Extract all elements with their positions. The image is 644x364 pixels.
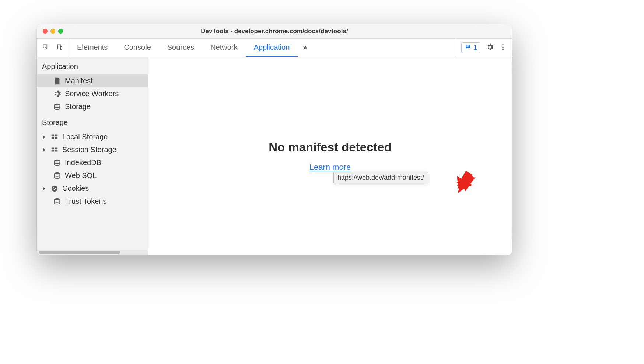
- main-panel: No manifest detected Learn more https://…: [148, 57, 512, 255]
- svg-point-5: [55, 172, 60, 174]
- tab-sources[interactable]: Sources: [159, 39, 202, 57]
- grid-icon: [50, 133, 59, 141]
- toolbar-left: [37, 39, 69, 57]
- sidebar-item-label: Storage: [65, 102, 91, 111]
- caret-right-icon: [43, 186, 45, 191]
- sidebar-item-label: Trust Tokens: [65, 197, 106, 206]
- tab-label: Elements: [77, 43, 108, 52]
- grid-icon: [50, 146, 59, 154]
- database-icon: [53, 172, 61, 180]
- settings-button[interactable]: [486, 43, 494, 53]
- tab-application[interactable]: Application: [246, 39, 298, 57]
- close-window-button[interactable]: [43, 29, 48, 34]
- gear-icon: [53, 90, 61, 98]
- tab-elements[interactable]: Elements: [69, 39, 116, 57]
- svg-point-4: [55, 159, 60, 161]
- caret-right-icon: [43, 135, 45, 139]
- more-options-button[interactable]: [499, 43, 507, 53]
- file-icon: [53, 77, 61, 85]
- svg-point-9: [54, 189, 55, 190]
- window-title: DevTools - developer.chrome.com/docs/dev…: [37, 28, 512, 35]
- sidebar-item-service-workers[interactable]: Service Workers: [37, 87, 148, 100]
- devtools-toolbar: Elements Console Sources Network Applica…: [37, 39, 512, 57]
- database-icon: [53, 159, 61, 167]
- issues-count: 1: [473, 44, 477, 52]
- tabs-overflow-button[interactable]: »: [298, 39, 312, 57]
- traffic-lights: [43, 29, 63, 34]
- sidebar-item-label: IndexedDB: [65, 158, 101, 167]
- sidebar-item-label: Cookies: [62, 184, 89, 193]
- svg-point-1: [502, 46, 504, 48]
- sidebar-section-application: Application: [37, 57, 148, 74]
- tab-label: Application: [254, 43, 290, 52]
- inspect-element-icon[interactable]: [42, 43, 49, 52]
- device-toggle-icon[interactable]: [56, 43, 63, 52]
- sidebar-section-storage: Storage: [37, 113, 148, 130]
- caret-right-icon: [43, 148, 45, 152]
- scrollbar-thumb[interactable]: [39, 251, 120, 254]
- chat-icon: [465, 43, 471, 52]
- minimize-window-button[interactable]: [50, 29, 55, 34]
- toolbar-right: 1: [456, 39, 512, 57]
- tab-network[interactable]: Network: [202, 39, 245, 57]
- sidebar-item-label: Web SQL: [65, 171, 97, 180]
- sidebar-item-manifest[interactable]: Manifest: [37, 74, 148, 87]
- tab-console[interactable]: Console: [116, 39, 159, 57]
- tab-label: Network: [210, 43, 237, 52]
- sidebar-item-label: Session Storage: [62, 146, 116, 154]
- window-titlebar: DevTools - developer.chrome.com/docs/dev…: [37, 24, 512, 39]
- maximize-window-button[interactable]: [58, 29, 63, 34]
- content-area: Application Manifest Service Workers Sto…: [37, 57, 512, 255]
- svg-point-10: [55, 198, 60, 200]
- manifest-empty-heading: No manifest detected: [269, 140, 392, 154]
- sidebar-item-label: Local Storage: [62, 133, 108, 141]
- link-tooltip: https://web.dev/add-manifest/: [333, 172, 428, 183]
- chevron-double-right-icon: »: [303, 43, 307, 52]
- devtools-tabs: Elements Console Sources Network Applica…: [69, 39, 456, 57]
- cookie-icon: [50, 185, 59, 193]
- svg-point-7: [53, 187, 54, 188]
- sidebar-item-websql[interactable]: Web SQL: [37, 169, 148, 182]
- tab-label: Console: [124, 43, 151, 52]
- svg-point-3: [55, 103, 60, 105]
- svg-point-2: [502, 49, 504, 50]
- tab-label: Sources: [167, 43, 194, 52]
- learn-more-link[interactable]: Learn more: [309, 162, 351, 172]
- sidebar-item-trust-tokens[interactable]: Trust Tokens: [37, 195, 148, 208]
- application-sidebar[interactable]: Application Manifest Service Workers Sto…: [37, 57, 148, 255]
- sidebar-horizontal-scrollbar[interactable]: [37, 250, 148, 255]
- devtools-window: DevTools - developer.chrome.com/docs/dev…: [37, 24, 512, 255]
- database-icon: [53, 197, 61, 206]
- sidebar-item-session-storage[interactable]: Session Storage: [37, 143, 148, 156]
- sidebar-item-local-storage[interactable]: Local Storage: [37, 130, 148, 143]
- sidebar-item-label: Manifest: [65, 77, 93, 85]
- svg-point-6: [52, 185, 58, 192]
- sidebar-item-storage[interactable]: Storage: [37, 100, 148, 113]
- sidebar-item-indexeddb[interactable]: IndexedDB: [37, 156, 148, 169]
- sidebar-item-label: Service Workers: [65, 90, 119, 98]
- database-icon: [53, 103, 61, 111]
- svg-point-0: [502, 44, 504, 45]
- svg-point-8: [55, 188, 56, 189]
- sidebar-item-cookies[interactable]: Cookies: [37, 182, 148, 195]
- issues-badge[interactable]: 1: [461, 42, 480, 53]
